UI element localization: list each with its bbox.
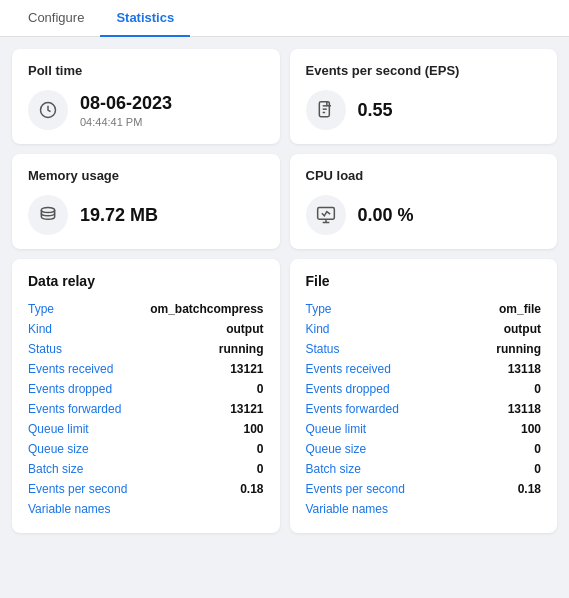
row-label: Events forwarded: [28, 399, 150, 419]
eps-title: Events per second (EPS): [306, 63, 542, 78]
document-icon: [306, 90, 346, 130]
row-label: Events received: [28, 359, 150, 379]
eps-metric: 0.55: [306, 90, 542, 130]
card-memory: Memory usage 19.72 MB: [12, 154, 280, 249]
row-value: 0: [435, 379, 541, 399]
row-label: Status: [306, 339, 436, 359]
svg-point-5: [41, 208, 54, 213]
row-value: 0: [435, 439, 541, 459]
table-row: Events received13118: [306, 359, 542, 379]
cpu-title: CPU load: [306, 168, 542, 183]
memory-value: 19.72 MB: [80, 205, 158, 226]
card-eps: Events per second (EPS) 0.55: [290, 49, 558, 144]
clock-svg: [38, 100, 58, 120]
table-row: Events dropped0: [28, 379, 264, 399]
table-row: Variable names: [306, 499, 542, 519]
row-label: Status: [28, 339, 150, 359]
row-value: 13121: [150, 399, 263, 419]
database-icon: [28, 195, 68, 235]
row-label: Kind: [28, 319, 150, 339]
cpu-metric: 0.00 %: [306, 195, 542, 235]
row-value: 100: [435, 419, 541, 439]
table-row: Queue size0: [28, 439, 264, 459]
poll-time-metric: 08-06-2023 04:44:41 PM: [28, 90, 264, 130]
row-label: Events per second: [306, 479, 436, 499]
table-row: Batch size0: [28, 459, 264, 479]
row-value: 100: [150, 419, 263, 439]
table-row: Kindoutput: [306, 319, 542, 339]
data-relay-title: Data relay: [28, 273, 264, 289]
row-value: om_file: [435, 299, 541, 319]
table-row: Queue size0: [306, 439, 542, 459]
table-row: Events per second0.18: [28, 479, 264, 499]
tab-bar: Configure Statistics: [0, 0, 569, 37]
table-row: Events forwarded13118: [306, 399, 542, 419]
row-label: Batch size: [306, 459, 436, 479]
poll-time-title: Poll time: [28, 63, 264, 78]
row-value: running: [150, 339, 263, 359]
row-label: Type: [28, 299, 150, 319]
clock-icon: [28, 90, 68, 130]
database-svg: [38, 205, 58, 225]
row-top: Poll time 08-06-2023 04:44:41 PM Events …: [12, 49, 557, 144]
table-row: Queue limit100: [28, 419, 264, 439]
row-label: Variable names: [28, 499, 150, 519]
table-row: Statusrunning: [306, 339, 542, 359]
row-label: Events dropped: [306, 379, 436, 399]
table-row: Queue limit100: [306, 419, 542, 439]
table-row: Batch size0: [306, 459, 542, 479]
eps-value: 0.55: [358, 100, 393, 121]
row-value: 13118: [435, 399, 541, 419]
poll-time-values: 08-06-2023 04:44:41 PM: [80, 93, 172, 128]
row-value: [435, 499, 541, 519]
monitor-icon: [306, 195, 346, 235]
row-label: Queue size: [28, 439, 150, 459]
table-row: Variable names: [28, 499, 264, 519]
row-value: 0: [150, 439, 263, 459]
tab-configure[interactable]: Configure: [12, 0, 100, 37]
cpu-value: 0.00 %: [358, 205, 414, 226]
main-content: Poll time 08-06-2023 04:44:41 PM Events …: [0, 37, 569, 545]
card-cpu: CPU load 0.00 %: [290, 154, 558, 249]
row-value: running: [435, 339, 541, 359]
table-row: Events dropped0: [306, 379, 542, 399]
card-poll-time: Poll time 08-06-2023 04:44:41 PM: [12, 49, 280, 144]
card-data-relay: Data relay Typeom_batchcompressKindoutpu…: [12, 259, 280, 533]
poll-time-date: 08-06-2023: [80, 93, 172, 114]
row-label: Queue size: [306, 439, 436, 459]
row-value: output: [150, 319, 263, 339]
table-row: Events received13121: [28, 359, 264, 379]
row-value: [150, 499, 263, 519]
row-label: Type: [306, 299, 436, 319]
row-middle: Memory usage 19.72 MB CPU load: [12, 154, 557, 249]
file-table: Typeom_fileKindoutputStatusrunningEvents…: [306, 299, 542, 519]
memory-metric: 19.72 MB: [28, 195, 264, 235]
table-row: Typeom_batchcompress: [28, 299, 264, 319]
table-row: Typeom_file: [306, 299, 542, 319]
data-relay-table: Typeom_batchcompressKindoutputStatusrunn…: [28, 299, 264, 519]
row-label: Events received: [306, 359, 436, 379]
row-label: Events dropped: [28, 379, 150, 399]
monitor-svg: [316, 205, 336, 225]
poll-time-sub: 04:44:41 PM: [80, 116, 172, 128]
document-svg: [316, 100, 336, 120]
row-label: Kind: [306, 319, 436, 339]
row-label: Events forwarded: [306, 399, 436, 419]
row-value: 0.18: [150, 479, 263, 499]
row-label: Queue limit: [28, 419, 150, 439]
row-value: 0.18: [435, 479, 541, 499]
table-row: Events per second0.18: [306, 479, 542, 499]
tab-statistics[interactable]: Statistics: [100, 0, 190, 37]
table-row: Kindoutput: [28, 319, 264, 339]
row-value: 0: [150, 459, 263, 479]
row-value: output: [435, 319, 541, 339]
row-label: Events per second: [28, 479, 150, 499]
row-label: Batch size: [28, 459, 150, 479]
file-title: File: [306, 273, 542, 289]
row-value: 0: [150, 379, 263, 399]
table-row: Statusrunning: [28, 339, 264, 359]
card-file: File Typeom_fileKindoutputStatusrunningE…: [290, 259, 558, 533]
table-row: Events forwarded13121: [28, 399, 264, 419]
memory-title: Memory usage: [28, 168, 264, 183]
row-value: 13121: [150, 359, 263, 379]
